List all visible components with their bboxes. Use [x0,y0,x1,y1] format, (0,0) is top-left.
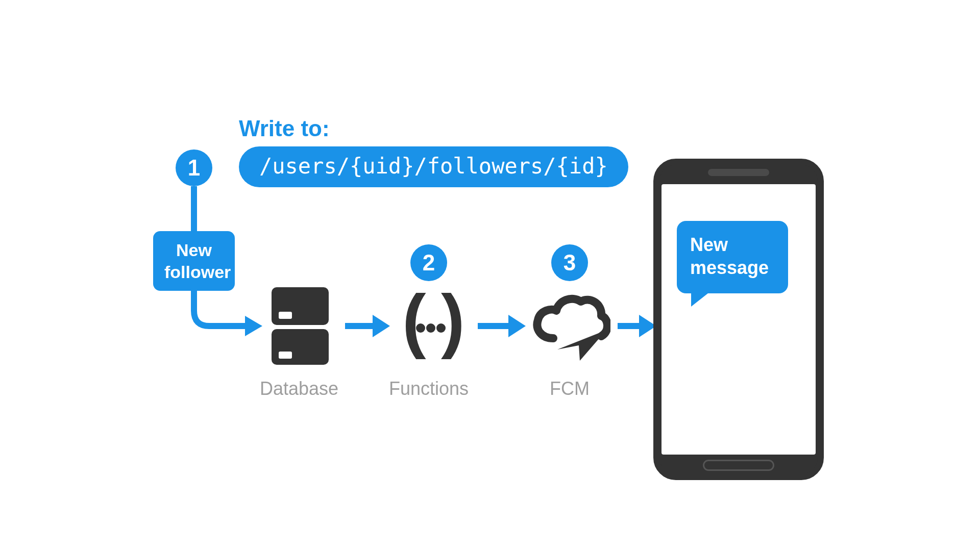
svg-point-9 [436,323,446,333]
svg-rect-1 [272,287,329,325]
functions-icon: ( ) [395,289,464,366]
phone-home-icon [703,460,774,471]
database-icon [270,285,331,367]
arrow-head-icon [508,315,526,337]
step-badge-1: 1 [176,149,212,186]
write-to-label: Write to: [239,116,330,141]
new-message-bubble: New message [677,221,788,293]
database-label: Database [248,378,350,399]
phone-device-icon: New message [653,159,824,480]
fcm-label: FCM [519,378,621,399]
arrow-line [345,323,374,329]
diagram-canvas: Write to: /users/{uid}/followers/{id} 1 … [122,69,857,482]
phone-screen: New message [662,184,816,455]
arrow-line [478,323,509,329]
arrow-curve-icon [184,280,265,341]
svg-rect-3 [272,329,329,365]
message-line1: New [690,233,775,256]
phone-speaker-icon [708,169,769,176]
svg-point-8 [426,323,435,333]
new-follower-line1: New [164,239,224,261]
svg-text:): ) [441,289,464,360]
message-line2: message [690,256,775,279]
step-badge-3: 3 [551,244,588,281]
step-badge-2: 2 [410,244,447,281]
arrow-line [618,323,640,329]
path-pill: /users/{uid}/followers/{id} [239,146,628,187]
svg-rect-2 [279,312,292,319]
functions-label: Functions [378,378,480,399]
svg-point-7 [416,323,425,333]
svg-rect-4 [279,352,292,359]
arrow-head-icon [373,315,390,337]
connector-line-vertical [191,186,197,233]
fcm-icon [531,289,610,366]
new-follower-line2: follower [164,261,224,283]
svg-marker-0 [245,316,262,336]
svg-marker-10 [557,330,606,361]
